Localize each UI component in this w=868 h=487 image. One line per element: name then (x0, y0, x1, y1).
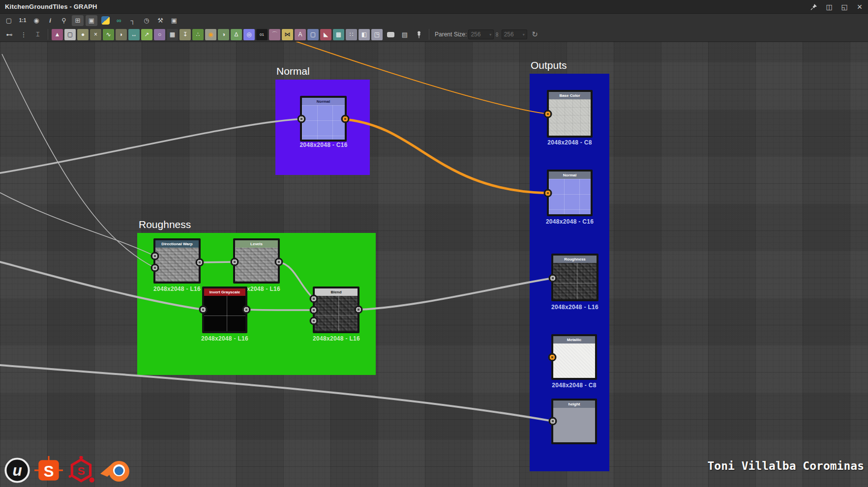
scatter-node-icon[interactable]: ∴ (192, 29, 204, 40)
output-connector[interactable] (242, 306, 251, 314)
swatch-node-icon[interactable]: ∷ (346, 29, 357, 40)
parent-height-value: 256 (504, 31, 514, 38)
input-connector[interactable] (549, 417, 557, 426)
frame-capture-button[interactable]: ▣ (168, 15, 180, 26)
crop-select-icon[interactable]: ▢ (307, 29, 319, 40)
transform-node-icon[interactable]: ↔ (128, 29, 140, 40)
node-thumbnail (315, 296, 358, 331)
channel-shuffle-icon[interactable]: × (90, 29, 101, 40)
text-node-icon[interactable]: A (295, 29, 306, 40)
pixel-processor-icon[interactable]: ◉ (205, 29, 216, 40)
window-title: KitchenGroundTiles - GRAPH (0, 3, 97, 10)
node-levels[interactable]: Levels (233, 238, 280, 284)
input-connector[interactable] (549, 274, 557, 283)
node-output-normal[interactable]: Normal (547, 170, 593, 216)
input-connector[interactable] (151, 264, 159, 272)
height-blend-icon[interactable]: ↧ (180, 29, 191, 40)
histogram-node-icon[interactable]: ∆ (231, 29, 242, 40)
shape-node-icon[interactable]: ○ (154, 29, 165, 40)
input-connector[interactable] (199, 306, 208, 314)
parent-width-value: 256 (471, 31, 480, 38)
python-editor-button[interactable] (99, 15, 111, 26)
directional-warp-icon[interactable]: ↗ (141, 29, 152, 40)
tools-wrench-button[interactable]: ⚒ (154, 15, 166, 26)
input-connector[interactable] (548, 353, 557, 362)
connect-nodes-horizontal-button[interactable]: ⊷ (3, 29, 16, 40)
node-size-label: 2048x2048 - L16 (308, 335, 365, 342)
node-title: Blend (330, 290, 341, 294)
input-connector[interactable] (298, 115, 306, 123)
node-blend[interactable]: Blend (313, 286, 359, 333)
bitmap-image-icon[interactable]: ▲ (52, 29, 63, 40)
node-output-basecolor[interactable]: Base Color (547, 90, 593, 138)
input-connector[interactable] (231, 258, 239, 266)
node-header: Roughness (553, 256, 597, 263)
frame-image-button[interactable]: ▤ (398, 29, 411, 40)
node-directional-warp[interactable]: Directional Warp (153, 238, 201, 284)
input-connector[interactable] (544, 189, 552, 198)
pin-comment-button[interactable] (413, 29, 425, 40)
screenshot-camera-button[interactable]: ◉ (30, 15, 42, 26)
reset-size-button[interactable]: ↻ (529, 29, 541, 40)
node-output-height[interactable]: height (551, 399, 597, 444)
flood-fill-icon[interactable]: ◣ (320, 29, 331, 40)
toolbar-row-nodes: ⊷ ⋮ ⌶ ▲ ▢ ● × ∿ ◗ ↔ ↗ ○ ▦ ↧ ∴ ◉ ◑ ∆ ◎ 01… (0, 27, 868, 42)
connect-nodes-vertical-button[interactable]: ⋮ (17, 29, 30, 40)
input-connector[interactable] (310, 295, 318, 303)
windows-layout-button[interactable]: ▣ (86, 15, 97, 26)
node-header: Blend (315, 288, 358, 296)
node-output-metallic[interactable]: Metallic (551, 334, 597, 380)
levels-curve-icon[interactable]: ∿ (103, 29, 114, 40)
node-info-button[interactable]: i (44, 15, 56, 26)
fit-one-to-one-button[interactable]: 1:1 (17, 15, 29, 26)
zoom-search-button[interactable]: ⚲ (58, 15, 70, 26)
grayscale-noise-icon[interactable]: 01 (256, 29, 268, 40)
snap-align-button[interactable]: ⌶ (31, 29, 44, 40)
output-connector[interactable] (196, 258, 204, 267)
restore-window-button[interactable]: ◱ (839, 1, 850, 12)
parent-height-select[interactable]: 256 ▾ (502, 29, 527, 39)
pin-window-button[interactable] (808, 1, 819, 12)
tile-generator-icon[interactable]: ▦ (167, 29, 178, 40)
gradient-map-icon[interactable]: ◑ (218, 29, 229, 40)
marquee-select-button[interactable]: ▢ (3, 15, 15, 26)
directional-blur-icon[interactable]: ◗ (116, 29, 127, 40)
graph-links-view-button[interactable]: ⊞ (72, 15, 84, 26)
blend-node-icon[interactable]: ▢ (64, 29, 76, 40)
node-normal[interactable]: Normal (300, 96, 347, 142)
python-icon (101, 16, 110, 25)
comment-bubble-button[interactable] (384, 29, 397, 40)
compute-timer-button[interactable]: ◷ (141, 15, 152, 26)
elbow-connections-button[interactable]: ┐ (127, 15, 139, 26)
make-it-tile-icon[interactable]: ▩ (333, 29, 344, 40)
frame-normal-title: Normal (276, 65, 310, 77)
node-header: Directional Warp (155, 240, 199, 248)
input-connector[interactable] (310, 306, 318, 315)
safe-transform-icon[interactable]: ◳ (371, 29, 383, 40)
link-size-icon[interactable]: ∞ (494, 32, 502, 36)
node-title: Roughness (564, 257, 586, 261)
output-connector[interactable] (275, 258, 283, 266)
output-connector[interactable] (341, 115, 350, 123)
node-output-roughness[interactable]: Roughness (551, 254, 599, 301)
output-connector[interactable] (355, 306, 363, 314)
blur-node-icon[interactable]: ● (77, 29, 89, 40)
credit-text: Toni Villalba Corominas (708, 459, 865, 472)
input-connector[interactable] (310, 317, 318, 325)
input-connector[interactable] (544, 110, 552, 118)
restore-icon: ◱ (841, 3, 847, 11)
wire-normal-to-normal-output (345, 119, 548, 193)
curve-spline-icon[interactable]: ⌒ (269, 29, 280, 40)
node-title: Normal (563, 173, 577, 177)
symmetry-mirror-icon[interactable]: ⋈ (282, 29, 293, 40)
split-view-button[interactable]: ◫ (824, 1, 835, 12)
node-invert-grayscale[interactable]: Invert Grayscale (202, 286, 247, 333)
parent-size-label: Parent Size: (435, 31, 467, 38)
graph-canvas[interactable]: Normal Roughness Outputs Normal 2048x204… (0, 42, 868, 487)
parent-width-select[interactable]: 256 ▾ (468, 29, 494, 39)
link-connections-button[interactable]: ∞ (113, 15, 125, 26)
close-window-button[interactable]: × (854, 1, 865, 12)
hsl-node-icon[interactable]: ◎ (243, 29, 255, 40)
gradient-axial-icon[interactable]: ◧ (359, 29, 370, 40)
input-connector[interactable] (151, 252, 159, 260)
